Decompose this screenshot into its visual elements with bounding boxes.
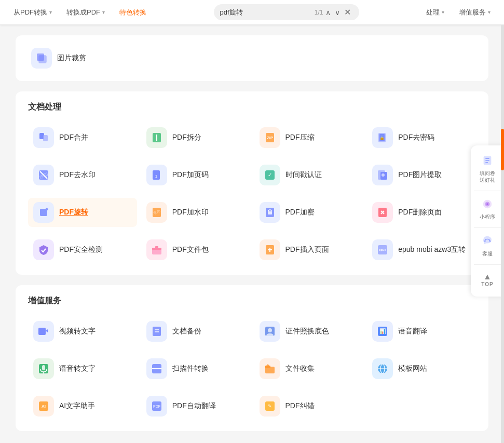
timestamp-auth-icon: ✓ [260, 165, 280, 185]
pdf-merge-label: PDF合并 [59, 133, 88, 142]
pdf-encrypt-icon [260, 202, 280, 223]
side-panel-survey[interactable]: 填问卷送好礼 [471, 150, 504, 189]
side-panel: 填问卷送好礼 小程序 客服 ▲ TOP [471, 145, 504, 297]
pdf-insert-page-item[interactable]: PDF插入页面 [254, 235, 363, 264]
nav-to-pdf[interactable]: 转换成PDF ▾ [61, 5, 110, 20]
scroll-thumb[interactable] [501, 129, 504, 170]
pdf-insert-page-icon [260, 239, 280, 260]
nav-to-pdf-label: 转换成PDF [66, 8, 100, 17]
svg-text:🔓: 🔓 [379, 135, 385, 140]
pdf-auto-translate-item[interactable]: PDF PDF自动翻译 [141, 392, 250, 421]
pdf-auto-translate-label: PDF自动翻译 [172, 401, 216, 411]
nav-value-added-label: 增值服务 [459, 8, 486, 17]
side-panel-top-button[interactable]: ▲ TOP [477, 267, 497, 292]
pdf-rotate-icon [33, 202, 54, 223]
svg-text:epub: epub [379, 248, 387, 251]
pdf-compress-item[interactable]: ZIP PDF压缩 [254, 123, 363, 152]
id-photo-bg-item[interactable]: 证件照换底色 [254, 317, 363, 346]
pdf-add-page-number-svg: 1 [151, 169, 163, 181]
svg-text:✓: ✓ [268, 172, 272, 178]
pdf-delete-page-item[interactable]: PDF删除页面 [367, 198, 476, 227]
search-close-button[interactable]: ✕ [342, 6, 353, 18]
pdf-image-extract-icon [372, 165, 393, 185]
pdf-add-page-number-item[interactable]: 1 PDF加页码 [141, 160, 250, 190]
pdf-remove-watermark-icon: 水印 [33, 165, 54, 185]
document-backup-item[interactable]: 文档备份 [141, 317, 250, 346]
search-input[interactable] [220, 8, 312, 16]
svg-point-68 [486, 203, 488, 205]
pdf-rotate-item[interactable]: PDF旋转 [28, 198, 137, 227]
pdf-merge-icon [33, 127, 54, 148]
scan-convert-item[interactable]: 扫描件转换 [141, 354, 250, 383]
survey-label: 填问卷送好礼 [480, 170, 495, 183]
pdf-image-extract-svg [376, 169, 389, 181]
svg-text:AI: AI [42, 404, 46, 409]
pdf-add-watermark-item[interactable]: 水印 PDF加水印 [141, 198, 250, 227]
video-to-text-svg [37, 325, 50, 338]
image-crop-svg [35, 52, 48, 64]
nav-processing-label: 处理 [426, 8, 440, 17]
nav-special-convert[interactable]: 特色转换 [114, 5, 152, 20]
id-photo-bg-icon [260, 321, 280, 342]
svg-rect-37 [38, 328, 46, 335]
svg-rect-31 [155, 246, 158, 249]
side-panel-customer-service[interactable]: 客服 [471, 230, 504, 262]
template-website-item[interactable]: 模板网站 [367, 354, 476, 383]
nav-processing[interactable]: 处理 ▾ [421, 5, 449, 20]
pdf-split-svg [151, 131, 163, 144]
pdf-remove-watermark-item[interactable]: 水印 PDF去水印 [28, 160, 137, 190]
id-photo-bg-label: 证件照换底色 [285, 327, 329, 336]
pdf-remove-password-item[interactable]: 🔓 PDF去密码 [367, 123, 476, 152]
pdf-auto-translate-svg: PDF [151, 400, 163, 412]
nav-from-pdf[interactable]: 从PDF转换 ▾ [8, 5, 57, 20]
value-added-title: 增值服务 [28, 296, 476, 306]
svg-rect-25 [268, 211, 272, 214]
pdf-merge-svg [37, 131, 50, 144]
svg-point-20 [382, 173, 385, 177]
nav-from-pdf-label: 从PDF转换 [13, 8, 47, 17]
pdf-file-package-icon [146, 239, 167, 260]
pdf-insert-page-label: PDF插入页面 [285, 245, 329, 254]
voice-to-text-item[interactable]: 语音转文字 [28, 354, 137, 383]
timestamp-auth-item[interactable]: ✓ 时间戳认证 [254, 160, 363, 190]
pdf-encrypt-item[interactable]: PDF加密 [254, 198, 363, 227]
miniapp-label: 小程序 [480, 213, 495, 220]
svg-rect-3 [43, 135, 48, 141]
voice-translate-item[interactable]: 📊 语音翻译 [367, 317, 476, 346]
pdf-security-check-item[interactable]: PDF安全检测 [28, 235, 137, 264]
pdf-remove-password-label: PDF去密码 [398, 133, 434, 142]
video-to-text-label: 视频转文字 [59, 327, 96, 336]
scan-convert-icon [146, 358, 167, 379]
pdf-compress-icon: ZIP [260, 127, 280, 148]
pdf-merge-item[interactable]: PDF合并 [28, 123, 137, 152]
ai-text-item[interactable]: AI AI文字助手 [28, 392, 137, 421]
svg-text:1: 1 [155, 174, 158, 179]
pdf-compress-label: PDF压缩 [285, 133, 315, 142]
epub-convert-item[interactable]: epub epub mobi azw3互转 [367, 235, 476, 264]
voice-to-text-icon [33, 358, 54, 379]
search-prev-button[interactable]: ∧ [323, 7, 333, 18]
scroll-indicator[interactable] [501, 25, 504, 443]
side-panel-miniapp[interactable]: 小程序 [471, 193, 504, 225]
search-next-button[interactable]: ∨ [333, 7, 342, 18]
svg-text:PDF: PDF [153, 405, 160, 408]
top-navigation: 从PDF转换 ▾ 转换成PDF ▾ 特色转换 1/1 ∧ ∨ ✕ 处理 ▾ 增值… [0, 0, 504, 25]
svg-point-43 [268, 328, 272, 332]
video-to-text-item[interactable]: 视频转文字 [28, 317, 137, 346]
ai-text-icon: AI [33, 396, 54, 417]
pdf-file-package-item[interactable]: PDF文件包 [141, 235, 250, 264]
file-collect-item[interactable]: 文件收集 [254, 354, 363, 383]
pdf-rotate-svg [37, 206, 50, 219]
nav-value-added[interactable]: 增值服务 ▾ [454, 5, 496, 20]
template-website-svg [376, 363, 389, 375]
pdf-remove-password-svg: 🔓 [376, 131, 389, 144]
customer-service-icon [482, 235, 493, 249]
pdf-image-extract-item[interactable]: PDF图片提取 [367, 160, 476, 190]
image-crop-item[interactable]: 图片裁剪 [26, 44, 478, 73]
side-panel-divider-2 [474, 227, 500, 228]
pdf-split-icon [146, 127, 167, 148]
top-label: TOP [481, 281, 493, 287]
pdf-split-item[interactable]: PDF拆分 [141, 123, 250, 152]
pdf-error-correct-item[interactable]: ✎ PDF纠错 [254, 392, 363, 421]
pdf-auto-translate-icon: PDF [146, 396, 167, 417]
